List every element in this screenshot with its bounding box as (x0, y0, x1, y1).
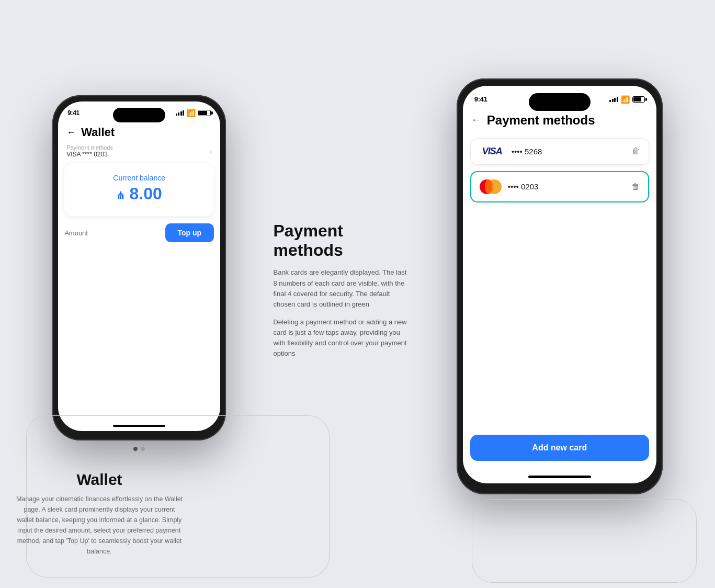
top-up-button[interactable]: Top up (165, 223, 214, 242)
status-icons-right: 📶 (609, 95, 645, 104)
card-mastercard[interactable]: •••• 0203 🗑 (470, 171, 649, 202)
wifi-icon-left: 📶 (187, 109, 196, 117)
battery-icon-right (632, 96, 645, 103)
rbar1 (609, 100, 611, 102)
phone-payment-inner: 9:41 📶 (463, 86, 656, 483)
signal-bars-left (176, 110, 185, 116)
delete-visa-button[interactable]: 🗑 (632, 146, 640, 156)
payment-method-row[interactable]: Payment methods VISA **** 0203 › (58, 142, 220, 163)
balance-card: Current balance ₼ 8.00 (64, 163, 214, 216)
bottom-title: Wallet (16, 471, 183, 489)
bar2 (178, 112, 179, 116)
signal-bars-right (609, 97, 618, 102)
phone-payment: 9:41 📶 (457, 78, 663, 494)
payment-method-info: Payment methods VISA **** 0203 (66, 144, 113, 158)
dot-inactive (141, 447, 145, 451)
pm-title: Payment methods (487, 113, 595, 128)
phone-wallet: 9:41 📶 (52, 95, 226, 440)
mc-overlap (485, 179, 492, 194)
bar3 (180, 111, 182, 116)
wifi-icon-right: 📶 (621, 95, 630, 104)
add-new-card-button[interactable]: Add new card (470, 435, 649, 461)
wallet-title: Wallet (81, 126, 115, 139)
bottom-description: Wallet Manage your cinematic finances ef… (16, 471, 183, 557)
amount-row: Amount Top up (58, 216, 220, 250)
battery-fill-left (199, 111, 207, 115)
visa-logo: VISA (479, 146, 505, 157)
balance-label: Current balance (113, 174, 165, 182)
card-mc-left: •••• 0203 (480, 179, 539, 194)
rbar4 (617, 97, 618, 102)
amount-label: Amount (64, 229, 88, 237)
dynamic-island-left (113, 108, 165, 122)
middle-para1: Bank cards are elegantly displayed. The … (273, 267, 409, 310)
bottom-description-text: Manage your cinematic finances effortles… (16, 494, 183, 557)
chevron-right-icon: › (210, 148, 212, 155)
middle-section: Payment methods Bank cards are elegantly… (268, 221, 414, 366)
status-icons-left: 📶 (176, 109, 211, 117)
rbar2 (612, 99, 614, 102)
balance-amount: ₼ 8.00 (117, 184, 162, 203)
mc-number: •••• 0203 (508, 182, 539, 191)
deco-rect-right (472, 499, 697, 583)
back-button-wallet[interactable]: ← (66, 127, 76, 138)
time-right: 9:41 (474, 95, 487, 103)
time-left: 9:41 (67, 109, 80, 117)
pm-header: ← Payment methods (463, 109, 656, 133)
dynamic-island-right (529, 93, 591, 111)
payment-methods-screen: ← Payment methods VISA •••• 5268 🗑 (463, 109, 656, 471)
dot-active (133, 447, 138, 451)
scene: 9:41 📶 (0, 0, 715, 588)
battery-icon-left (198, 110, 211, 116)
home-indicator-right (528, 476, 591, 478)
back-button-pm[interactable]: ← (471, 115, 481, 126)
wallet-screen: ← Wallet Payment methods VISA **** 0203 … (58, 121, 220, 422)
delete-mc-button[interactable]: 🗑 (631, 182, 640, 191)
pm-cards-list: VISA •••• 5268 🗑 (463, 133, 656, 435)
middle-heading: Payment methods (273, 221, 409, 260)
rbar3 (614, 98, 616, 102)
phone-wallet-inner: 9:41 📶 (58, 101, 220, 431)
battery-fill-right (633, 97, 641, 101)
card-visa[interactable]: VISA •••• 5268 🗑 (470, 138, 649, 165)
visa-number: •••• 5268 (512, 147, 542, 156)
page-dots (133, 447, 145, 451)
payment-method-label: Payment methods (66, 144, 113, 151)
bar1 (176, 114, 177, 116)
wallet-header: ← Wallet (58, 121, 220, 142)
payment-method-value: VISA **** 0203 (66, 151, 113, 158)
middle-para2: Deleting a payment method or adding a ne… (273, 317, 409, 359)
card-visa-left: VISA •••• 5268 (479, 146, 542, 157)
bar4 (183, 110, 184, 116)
mastercard-logo (480, 179, 502, 194)
home-indicator-left (113, 425, 165, 427)
